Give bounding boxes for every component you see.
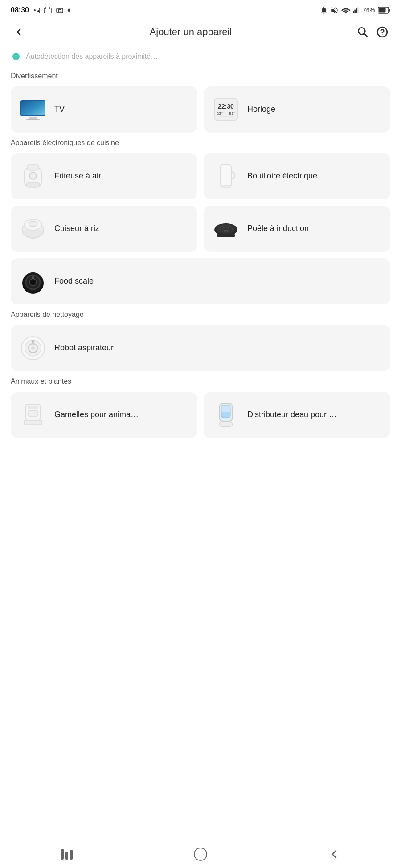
section-title-nettoyage: Appareils de nettoyage [11,311,390,319]
distributeur-label: Distributeur deau pour … [247,410,337,420]
svg-point-1 [34,9,36,11]
svg-rect-39 [217,234,235,237]
nav-home-button[interactable] [187,845,214,863]
clock-icon: 22:30 23° 51° [212,95,240,124]
svg-point-48 [31,346,35,350]
svg-rect-2 [44,8,51,13]
svg-rect-31 [221,185,230,188]
svg-rect-60 [70,850,73,860]
help-button[interactable] [374,24,390,40]
device-card-cuiseur[interactable]: Cuiseur à riz [11,206,197,252]
svg-point-61 [194,848,207,860]
svg-point-49 [32,340,34,343]
device-card-robot[interactable]: Robot aspirateur [11,325,390,371]
svg-text:23°: 23° [217,111,223,116]
time-display: 08:30 [11,6,29,14]
svg-rect-19 [21,101,45,115]
device-card-foodscale[interactable]: Food scale [11,258,390,304]
signal-icon [353,7,360,14]
grid-divertissement: TV 22:30 23° 51° Horloge [11,86,390,133]
section-divertissement: Divertissement [0,72,401,133]
svg-point-30 [29,172,37,179]
status-right-icons: 76% [320,6,390,14]
robot-label: Robot aspirateur [54,343,114,353]
svg-rect-59 [65,852,68,860]
autodetect-dot [12,53,20,60]
svg-rect-52 [24,420,42,425]
header: Ajouter un appareil [0,19,401,48]
device-card-horloge[interactable]: 22:30 23° 51° Horloge [204,86,390,133]
cuiseur-label: Cuiseur à riz [54,223,99,234]
grid-cuisine-row3: Food scale [11,258,390,304]
grid-cuisine-row1: Friteuse à air Bouilloire électrique [11,153,390,199]
svg-line-15 [364,34,367,37]
waterdispenser-icon [212,401,240,429]
battery-icon [378,7,390,14]
svg-rect-53 [29,410,37,417]
induction-label: Poêle à induction [247,223,309,234]
bowl-icon [19,401,47,429]
bouilloire-label: Bouilloire électrique [247,171,317,181]
back-button[interactable] [11,24,27,40]
autodetect-text: Autodétection des appareils à proximité… [26,53,158,61]
section-nettoyage: Appareils de nettoyage Robot aspirateur [0,311,401,371]
device-card-gamelles[interactable]: Gamelles pour anima… [11,392,197,438]
section-title-divertissement: Divertissement [11,72,390,80]
svg-point-44 [32,276,34,279]
svg-rect-7 [353,11,354,13]
status-bar: 08:30 • 76% [0,0,401,19]
svg-text:51°: 51° [229,111,235,116]
nav-recent-button[interactable] [53,845,80,863]
svg-point-6 [58,9,61,12]
alarm-icon [320,6,328,14]
calendar-icon [44,7,52,13]
device-card-distributeur[interactable]: Distributeur deau pour … [204,392,390,438]
device-card-bouilloire[interactable]: Bouilloire électrique [204,153,390,199]
scroll-area: Divertissement [0,72,401,480]
battery-percentage: 76% [363,7,375,14]
foodscale-label: Food scale [54,276,94,286]
svg-rect-29 [26,182,40,187]
mute-icon [331,6,339,14]
svg-rect-58 [61,849,64,860]
autodetect-bar: Autodétection des appareils à proximité… [0,48,401,69]
section-title-animaux: Animaux et plantes [11,377,390,385]
device-card-tv[interactable]: TV [11,86,197,133]
kettle-icon [212,162,240,191]
induction-icon [212,215,240,243]
friteuse-label: Friteuse à air [54,171,101,181]
grid-cuisine-row2: Cuiseur à riz Poêle à induction [11,206,390,252]
section-title-cuisine: Appareils électroniques de cuisine [11,139,390,147]
bottom-nav [0,840,401,868]
svg-rect-57 [220,422,232,426]
svg-rect-12 [389,9,390,12]
search-button[interactable] [355,24,371,40]
section-cuisine: Appareils électroniques de cuisine Frite… [0,139,401,304]
svg-text:22:30: 22:30 [218,103,234,110]
device-card-induction[interactable]: Poêle à induction [204,206,390,252]
page-title: Ajouter un appareil [27,26,355,38]
svg-rect-21 [26,119,40,120]
tv-label: TV [54,104,65,114]
svg-point-43 [29,279,37,286]
svg-rect-13 [379,8,386,13]
svg-point-34 [29,221,37,227]
wifi-icon [341,7,350,14]
svg-rect-51 [28,406,38,409]
nav-back-button[interactable] [321,845,348,863]
status-time: 08:30 • [11,4,71,16]
svg-rect-28 [27,164,39,170]
grid-animaux: Gamelles pour anima… Distributeur deau p… [11,392,390,438]
section-animaux: Animaux et plantes Gamelles pour anima… [0,377,401,438]
robot-icon [19,334,47,362]
svg-rect-10 [357,7,359,13]
svg-rect-9 [356,8,357,13]
device-card-friteuse[interactable]: Friteuse à air [11,153,197,199]
grid-nettoyage: Robot aspirateur [11,325,390,371]
horloge-label: Horloge [247,104,275,114]
tv-icon [19,95,47,124]
gallery-icon [33,7,41,13]
svg-rect-56 [221,412,230,418]
airfryer-icon [19,162,47,191]
gamelles-label: Gamelles pour anima… [54,410,139,420]
